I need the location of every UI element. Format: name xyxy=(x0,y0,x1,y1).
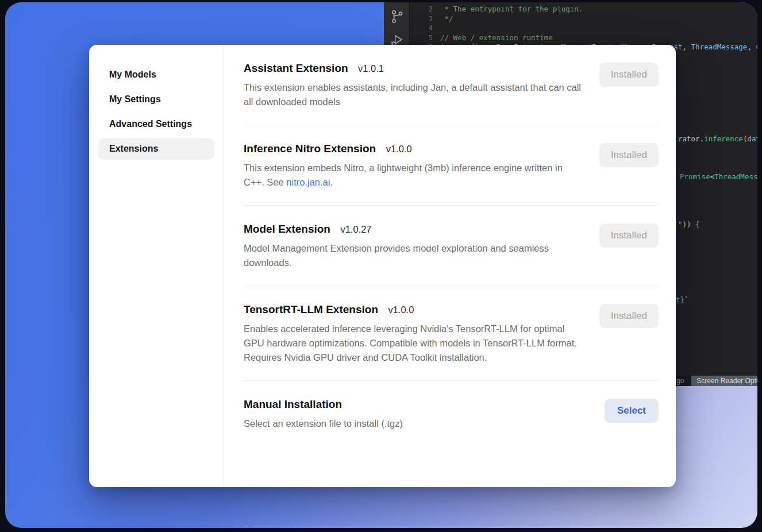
extension-name: TensortRT-LLM Extension xyxy=(244,303,378,315)
extension-description: Enables accelerated inference leveraging… xyxy=(244,322,582,365)
extension-row-model: Model Extension v1.0.27 Model Management… xyxy=(244,206,659,286)
extension-name: Inference Nitro Extension xyxy=(244,142,376,155)
code-fragment: ")) { xyxy=(678,220,700,229)
screen-reader-status-item[interactable]: Screen Reader Optimized xyxy=(691,376,757,386)
extension-row-manual-install: Manual Installation Select an extension … xyxy=(244,381,659,431)
extensions-list: Assistant Extension v1.0.1 This extensio… xyxy=(224,45,676,487)
extension-description: Model Management Extension provides mode… xyxy=(244,241,582,270)
extension-row-nitro: Inference Nitro Extension v1.0.0 This ex… xyxy=(244,125,659,206)
installed-button[interactable]: Installed xyxy=(599,304,659,328)
sidebar-nav: My ModelsMy SettingsAdvanced SettingsExt… xyxy=(89,45,224,487)
extension-name: Model Extension xyxy=(244,223,330,235)
extension-version: v1.0.1 xyxy=(358,63,384,74)
extension-row-assistant: Assistant Extension v1.0.1 This extensio… xyxy=(244,45,659,125)
installed-button[interactable]: Installed xyxy=(599,63,659,87)
sidebar-item-extensions[interactable]: Extensions xyxy=(98,138,214,160)
code-fragment: t}` xyxy=(676,295,689,304)
installed-button[interactable]: Installed xyxy=(599,223,659,248)
extension-name: Manual Installation xyxy=(244,398,342,410)
extension-version: v1.0.27 xyxy=(340,224,371,234)
extension-version: v1.0.0 xyxy=(388,304,414,315)
sidebar-item-my-settings[interactable]: My Settings xyxy=(98,88,214,110)
settings-modal: My ModelsMy SettingsAdvanced SettingsExt… xyxy=(89,45,676,487)
sidebar-item-my-models[interactable]: My Models xyxy=(98,64,214,86)
nitro-jan-ai-link[interactable]: nitro.jan.ai. xyxy=(286,177,333,187)
sidebar-item-advanced-settings[interactable]: Advanced Settings xyxy=(98,113,214,135)
extension-row-tensorrt: TensortRT-LLM Extension v1.0.0 Enables a… xyxy=(244,286,659,381)
extension-description: This extension embeds Nitro, a lightweig… xyxy=(244,161,582,190)
extension-name: Assistant Extension xyxy=(244,62,348,74)
installed-button[interactable]: Installed xyxy=(599,143,659,167)
code-fragment: rator.inference(data)); xyxy=(678,134,757,143)
extension-description: This extension enables assistants, inclu… xyxy=(244,80,582,109)
select-file-button[interactable]: Select xyxy=(605,399,659,423)
code-fragment: Promise<ThreadMessage> xyxy=(680,172,757,181)
extension-version: v1.0.0 xyxy=(386,144,412,154)
extension-description: Select an extension file to install (.tg… xyxy=(244,417,582,431)
source-control-icon[interactable] xyxy=(390,9,405,24)
status-bar-left-text: go xyxy=(676,377,684,385)
